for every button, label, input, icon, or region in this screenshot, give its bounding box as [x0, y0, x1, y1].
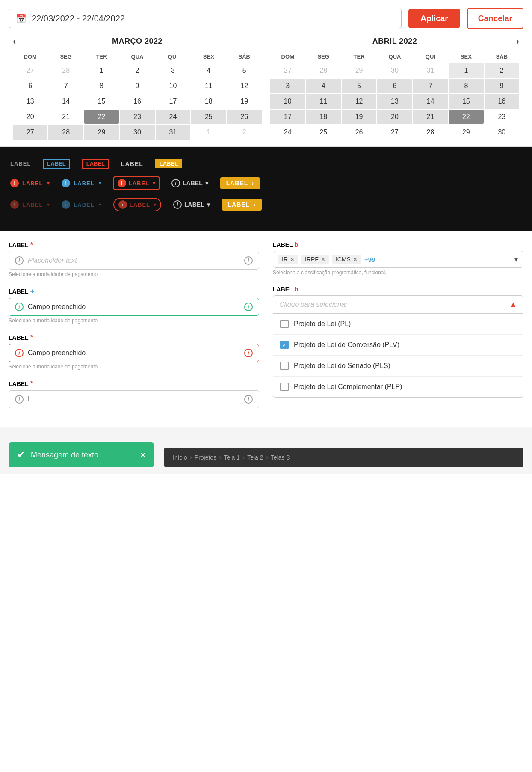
cal-day[interactable]: 24 [270, 125, 305, 140]
dropdown-option-3[interactable]: Projeto de Lei do Senado (PLS) [273, 356, 523, 377]
cal-day[interactable]: 27 [13, 63, 47, 78]
cal-day[interactable]: 9 [485, 79, 519, 93]
cal-day[interactable]: 5 [227, 63, 262, 78]
cal-day[interactable]: 14 [48, 94, 83, 109]
cal-day[interactable]: 12 [227, 79, 262, 93]
tag-pill-red[interactable]: i LABEL ▾ [113, 198, 161, 211]
cal-day[interactable]: 30 [485, 125, 519, 140]
multi-tag-icms[interactable]: ICMS ✕ [332, 255, 361, 264]
tag-bordered-red[interactable]: i LABEL ▾ [113, 176, 160, 190]
cal-day[interactable]: 4 [191, 63, 226, 78]
toast-close-button[interactable]: × [140, 450, 145, 460]
yellow-arrow-btn-2[interactable]: LABEL › [222, 199, 262, 211]
cal-day[interactable]: 11 [306, 94, 340, 109]
multi-tag-ir[interactable]: IR ✕ [278, 255, 298, 264]
breadcrumb-projetos[interactable]: Projetos [195, 454, 216, 461]
dropdown-option-4[interactable]: Projeto de Lei Complementar (PLP) [273, 377, 523, 397]
cal-day[interactable]: 26 [342, 125, 376, 140]
cal-day[interactable]: 4 [306, 79, 340, 93]
cal-day[interactable]: 26 [227, 110, 262, 124]
cal-day[interactable]: 6 [13, 79, 47, 93]
cal-day[interactable]: 18 [191, 94, 226, 109]
cal-day[interactable]: 28 [48, 63, 83, 78]
field-input-wrap-1[interactable]: i i [9, 252, 259, 270]
cal-day[interactable]: 10 [270, 94, 305, 109]
field-input-wrap-2[interactable]: i i [9, 298, 259, 316]
field-input-3[interactable] [28, 349, 240, 357]
cal-day[interactable]: 1 [84, 63, 119, 78]
cal-day[interactable]: 21 [48, 110, 83, 124]
field-input-wrap-4[interactable]: i i [9, 390, 259, 408]
cal-day[interactable]: 16 [120, 94, 154, 109]
cal-day-selected-end[interactable]: 22 [449, 110, 483, 124]
field-input-2[interactable] [28, 303, 240, 311]
cal-day[interactable]: 21 [413, 110, 448, 124]
cal-day[interactable]: 25 [306, 125, 340, 140]
cal-day[interactable]: 7 [413, 79, 448, 93]
cal-day[interactable]: 3 [156, 63, 190, 78]
cal-day[interactable]: 14 [413, 94, 448, 109]
dropdown-trigger-r2[interactable]: Clique para selecionar ▲ [273, 295, 523, 314]
checkbox-option-4[interactable] [280, 383, 289, 391]
multi-tag-irpf[interactable]: IRPF ✕ [301, 255, 329, 264]
apply-button[interactable]: Aplicar [408, 9, 460, 28]
breadcrumb-tela1[interactable]: Tela 1 [224, 454, 239, 461]
cal-day[interactable]: 8 [449, 79, 483, 93]
cal-day[interactable]: 19 [342, 110, 376, 124]
date-range-input[interactable]: 📅 22/03/2022 - 22/04/2022 [9, 9, 402, 28]
cal-day[interactable]: 15 [449, 94, 483, 109]
cal-day[interactable]: 24 [156, 110, 190, 124]
field-input-4[interactable] [28, 395, 240, 403]
cal-day[interactable]: 28 [306, 63, 340, 78]
cal-day[interactable]: 27 [13, 125, 47, 140]
cal-day[interactable]: 20 [13, 110, 47, 124]
cal-day[interactable]: 6 [377, 79, 412, 93]
cal-day[interactable]: 29 [449, 125, 483, 140]
multi-tag-icms-remove[interactable]: ✕ [353, 256, 358, 263]
cal-day[interactable]: 30 [120, 125, 154, 140]
next-month-arrow[interactable]: › [516, 36, 519, 47]
dropdown-option-1[interactable]: Projeto de Lei (PL) [273, 314, 523, 335]
multiselect-field-1[interactable]: IR ✕ IRPF ✕ ICMS ✕ +99 ▾ [273, 251, 523, 268]
cal-day[interactable]: 31 [413, 63, 448, 78]
cal-day[interactable]: 2 [120, 63, 154, 78]
cal-day[interactable]: 12 [342, 94, 376, 109]
cal-day[interactable]: 29 [84, 125, 119, 140]
cal-day[interactable]: 2 [485, 63, 519, 78]
cal-day[interactable]: 16 [485, 94, 519, 109]
multi-tag-irpf-remove[interactable]: ✕ [321, 256, 325, 263]
cal-day[interactable]: 30 [377, 63, 412, 78]
prev-month-arrow[interactable]: ‹ [13, 36, 16, 47]
cal-day[interactable]: 1 [449, 63, 483, 78]
breadcrumb-inicio[interactable]: Início [173, 454, 187, 461]
cal-day[interactable]: 10 [156, 79, 190, 93]
cal-day[interactable]: 18 [306, 110, 340, 124]
cal-day[interactable]: 29 [342, 63, 376, 78]
cal-day[interactable]: 25 [191, 110, 226, 124]
field-input-wrap-3[interactable]: i i [9, 344, 259, 362]
dropdown-option-2[interactable]: ✓ Projeto de Lei de Conversão (PLV) [273, 335, 523, 356]
cal-day[interactable]: 2 [227, 125, 262, 140]
cal-day[interactable]: 23 [120, 110, 154, 124]
cal-day[interactable]: 13 [377, 94, 412, 109]
checkbox-option-2[interactable]: ✓ [280, 341, 289, 349]
cal-day[interactable]: 1 [191, 125, 226, 140]
cal-day[interactable]: 17 [156, 94, 190, 109]
cal-day[interactable]: 27 [377, 125, 412, 140]
cal-day[interactable]: 11 [191, 79, 226, 93]
breadcrumb-telas3[interactable]: Telas 3 [271, 454, 290, 461]
cal-day[interactable]: 8 [84, 79, 119, 93]
info-dropdown-btn-1[interactable]: i LABEL ▾ [171, 179, 208, 187]
cal-day[interactable]: 27 [270, 63, 305, 78]
cal-day[interactable]: 28 [48, 125, 83, 140]
yellow-arrow-btn-1[interactable]: LABEL › [220, 177, 260, 189]
cal-day[interactable]: 17 [270, 110, 305, 124]
info-dropdown-btn-2[interactable]: i LABEL ▾ [173, 200, 210, 209]
cal-day[interactable]: 7 [48, 79, 83, 93]
breadcrumb-tela2[interactable]: Tela 2 [247, 454, 263, 461]
cal-day[interactable]: 15 [84, 94, 119, 109]
checkbox-option-3[interactable] [280, 362, 289, 370]
cal-day[interactable]: 9 [120, 79, 154, 93]
cal-day[interactable]: 19 [227, 94, 262, 109]
cal-day[interactable]: 13 [13, 94, 47, 109]
